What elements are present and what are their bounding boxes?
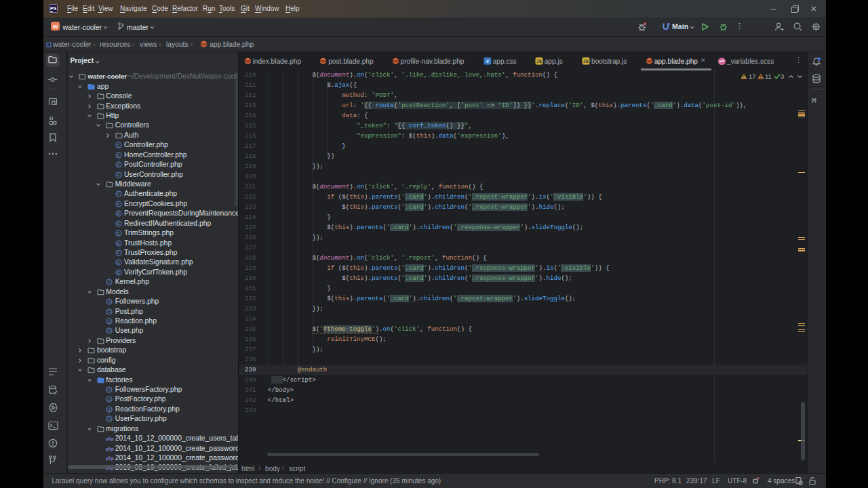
- svg-text:C: C: [117, 251, 120, 255]
- svg-text:C: C: [117, 163, 120, 167]
- svg-text:C: C: [108, 319, 111, 323]
- svg-text:JS: JS: [536, 59, 542, 64]
- svg-text:JS: JS: [583, 59, 589, 64]
- svg-text:C: C: [117, 192, 120, 197]
- svg-text:C: C: [117, 270, 120, 274]
- svg-text:C: C: [117, 241, 120, 245]
- svg-text:PS: PS: [50, 6, 57, 11]
- svg-text:php: php: [106, 445, 114, 451]
- svg-text:C: C: [117, 231, 120, 235]
- svg-text:#: #: [486, 58, 489, 64]
- svg-text:C: C: [117, 202, 120, 206]
- svg-text:C: C: [108, 407, 111, 411]
- svg-text:C: C: [117, 173, 120, 177]
- svg-text:W: W: [53, 24, 58, 30]
- svg-text:C: C: [108, 280, 111, 284]
- svg-text:C: C: [108, 398, 111, 402]
- svg-text:C: C: [108, 388, 111, 392]
- svg-text:C: C: [117, 261, 120, 265]
- svg-text:C: C: [117, 143, 120, 147]
- svg-text:php: php: [106, 436, 114, 442]
- svg-text:C: C: [117, 211, 120, 216]
- svg-text:C: C: [108, 329, 111, 333]
- svg-text:php: php: [106, 455, 114, 462]
- svg-text:C: C: [108, 300, 111, 304]
- svg-text:C: C: [117, 153, 120, 157]
- svg-text:C: C: [117, 222, 120, 226]
- svg-text:C: C: [108, 417, 111, 421]
- svg-text:C: C: [108, 310, 111, 314]
